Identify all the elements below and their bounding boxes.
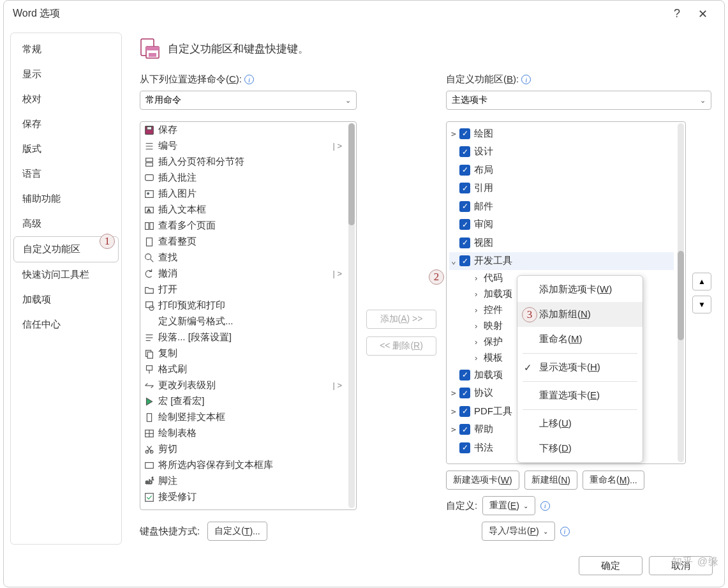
expander-icon[interactable]: > <box>449 407 458 416</box>
tree-tab-item[interactable]: ✓引用 <box>449 179 674 198</box>
checkbox-icon[interactable]: ✓ <box>459 424 470 435</box>
checkbox-icon[interactable]: ✓ <box>459 255 470 266</box>
remove-button[interactable]: << 删除(R) <box>366 336 436 356</box>
scrollbar-thumb[interactable] <box>678 251 684 340</box>
command-item[interactable]: 剪切 <box>140 441 347 457</box>
command-item[interactable]: 查看多个页面 <box>140 218 347 234</box>
import-export-row: 导入/导出(P)⌄ i <box>446 522 711 541</box>
sidebar-item[interactable]: 辅助功能 <box>13 186 119 211</box>
checkbox-icon[interactable]: ✓ <box>459 165 470 176</box>
expander-icon[interactable]: > <box>449 388 458 398</box>
command-item[interactable]: 插入分页符和分节符 <box>140 154 347 170</box>
move-down-button[interactable]: ▼ <box>692 296 711 313</box>
info-icon[interactable]: i <box>521 75 531 84</box>
command-item[interactable]: 格式刷 <box>140 361 347 377</box>
info-icon[interactable]: i <box>540 501 550 511</box>
sidebar-item[interactable]: 快速访问工具栏 <box>13 262 119 287</box>
scrollbar-thumb[interactable] <box>348 123 355 225</box>
command-item[interactable]: 打开 <box>140 282 347 298</box>
expander-icon[interactable]: › <box>475 289 484 299</box>
command-item[interactable]: 保存 <box>140 122 347 138</box>
tree-tab-item[interactable]: >✓绘图 <box>449 124 674 143</box>
svg-rect-3 <box>149 53 156 57</box>
command-item[interactable]: 撤消| > <box>140 266 347 282</box>
new-group-button[interactable]: 新建组(N) <box>524 471 577 490</box>
context-menu-item[interactable]: ✓显示选项卡(H) <box>517 355 643 380</box>
ribbon-tabs-combo[interactable]: 主选项卡 ⌄ <box>446 91 711 110</box>
context-menu-item[interactable]: 重命名(M) <box>517 327 643 352</box>
checkbox-icon[interactable]: ✓ <box>459 406 470 417</box>
command-item[interactable]: 插入图片 <box>140 186 347 202</box>
command-item[interactable]: 打印预览和打印 <box>140 298 347 313</box>
tree-tab-item[interactable]: ✓邮件 <box>449 197 674 216</box>
sidebar-item[interactable]: 加载项 <box>13 287 119 312</box>
tree-tab-item[interactable]: ✓设计 <box>449 143 674 162</box>
checkbox-icon[interactable]: ✓ <box>459 388 470 398</box>
sidebar-item[interactable]: 信任中心 <box>13 312 119 337</box>
checkbox-icon[interactable]: ✓ <box>459 146 470 157</box>
command-item[interactable]: 绘制表格 <box>140 425 347 441</box>
expander-icon[interactable]: › <box>475 321 484 331</box>
expander-icon[interactable]: › <box>475 273 484 283</box>
command-item[interactable]: ab1脚注 <box>140 473 347 489</box>
context-menu-item[interactable]: 上移(U) <box>517 411 643 436</box>
reset-button[interactable]: 重置(E)⌄ <box>482 496 535 515</box>
command-item[interactable]: 段落... [段落设置] <box>140 329 347 345</box>
expander-icon[interactable]: > <box>449 425 458 434</box>
checkbox-icon[interactable]: ✓ <box>459 201 470 212</box>
command-item[interactable]: 绘制竖排文本框 <box>140 409 347 425</box>
tree-tab-item[interactable]: ✓审阅 <box>449 216 674 234</box>
sidebar-item[interactable]: 语言 <box>13 162 119 186</box>
command-item[interactable]: 更改列表级别| > <box>140 377 347 393</box>
sidebar-item[interactable]: 常规 <box>13 37 119 62</box>
command-item[interactable]: 复制 <box>140 345 347 361</box>
tree-tab-item[interactable]: ✓视图 <box>449 234 674 252</box>
commands-listbox[interactable]: 保存编号| >插入分页符和分节符插入批注插入图片A插入文本框查看多个页面查看整页… <box>140 121 357 510</box>
expander-icon[interactable]: › <box>475 337 484 347</box>
checkbox-icon[interactable]: ✓ <box>459 183 470 193</box>
checkbox-icon[interactable]: ✓ <box>459 237 470 248</box>
context-menu-item[interactable]: 下移(D) <box>517 436 643 461</box>
command-item[interactable]: 编号| > <box>140 138 347 154</box>
sidebar-item[interactable]: 版式 <box>13 137 119 162</box>
command-item[interactable]: 查找 <box>140 250 347 266</box>
new-tab-button[interactable]: 新建选项卡(W) <box>446 471 519 490</box>
close-icon[interactable]: ✕ <box>690 7 715 21</box>
command-item[interactable]: 插入批注 <box>140 170 347 186</box>
tab-label: 邮件 <box>474 200 493 213</box>
sidebar-item[interactable]: 高级 <box>13 211 119 236</box>
context-menu-item[interactable]: 添加新选项卡(W) <box>517 277 643 302</box>
checkbox-icon[interactable]: ✓ <box>459 442 470 453</box>
sidebar-item[interactable]: 保存 <box>13 112 119 137</box>
command-item[interactable]: 将所选内容保存到文本框库 <box>140 457 347 473</box>
sidebar-item[interactable]: 显示 <box>13 62 119 87</box>
command-item[interactable]: 宏 [查看宏] <box>140 393 347 409</box>
tree-tab-item[interactable]: ✓布局 <box>449 161 674 179</box>
commands-from-combo[interactable]: 常用命令 ⌄ <box>140 91 357 110</box>
info-icon[interactable]: i <box>560 527 570 536</box>
checkbox-icon[interactable]: ✓ <box>459 219 470 230</box>
command-item[interactable]: 定义新编号格式... <box>140 313 347 329</box>
sidebar-item[interactable]: 校对 <box>13 87 119 112</box>
import-export-button[interactable]: 导入/导出(P)⌄ <box>482 522 555 541</box>
context-menu-item[interactable]: 重置选项卡(E) <box>517 383 643 408</box>
command-item[interactable]: A插入文本框 <box>140 202 347 218</box>
checkbox-icon[interactable]: ✓ <box>459 128 470 139</box>
expander-icon[interactable]: › <box>475 305 484 315</box>
expander-icon[interactable]: ⌄ <box>449 256 458 266</box>
scrollbar[interactable] <box>678 123 684 462</box>
command-item[interactable]: 接受修订 <box>140 489 347 505</box>
customize-keyboard-button[interactable]: 自定义(T)... <box>207 522 267 541</box>
expander-icon[interactable]: › <box>475 353 484 363</box>
move-up-button[interactable]: ▲ <box>692 273 711 290</box>
ok-button[interactable]: 确定 <box>579 556 643 575</box>
help-icon[interactable]: ? <box>664 7 690 20</box>
add-button[interactable]: 添加(A) >> <box>366 310 436 329</box>
scrollbar[interactable] <box>348 123 355 508</box>
checkbox-icon[interactable]: ✓ <box>459 370 470 381</box>
info-icon[interactable]: i <box>244 75 254 84</box>
rename-button[interactable]: 重命名(M)... <box>583 471 644 490</box>
expander-icon[interactable]: > <box>449 129 458 139</box>
command-item[interactable]: 查看整页 <box>140 234 347 250</box>
tree-tab-developer[interactable]: ⌄✓开发工具 <box>449 252 674 271</box>
